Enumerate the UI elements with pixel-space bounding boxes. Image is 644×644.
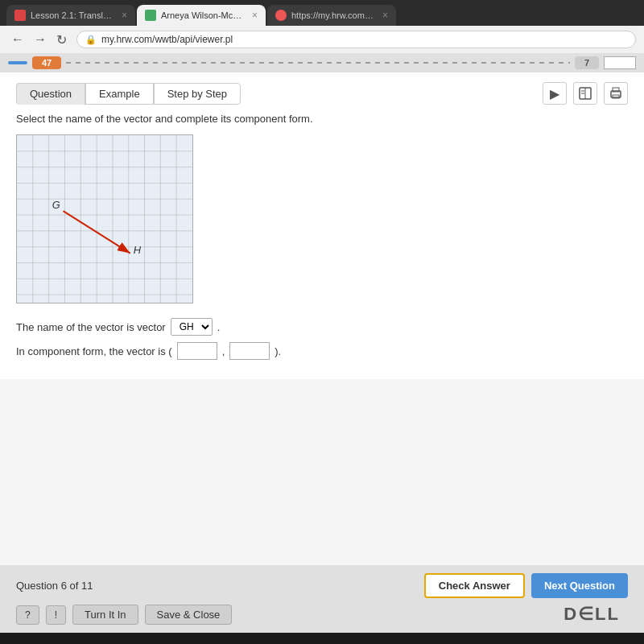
turn-it-in-button[interactable]: Turn It In bbox=[72, 605, 138, 625]
question-tabs: Question Example Step by Step bbox=[16, 83, 241, 105]
answer-line-2: In component form, the vector is ( , ). bbox=[16, 342, 628, 360]
tab-label-arneya: Arneya Wilson-Mccarty - Revised bbox=[161, 10, 244, 20]
tab-step-by-step[interactable]: Step by Step bbox=[154, 83, 241, 105]
tab-label-hrw: https://my.hrw.com/dashboard/ bbox=[291, 10, 374, 20]
tab-bar: Lesson 2.1: Translations × Arneya Wilson… bbox=[0, 0, 644, 26]
page-content: 47 7 Question Example Step by Step ▶ bbox=[0, 53, 644, 633]
answer-line1-period: . bbox=[217, 321, 221, 333]
lock-icon: 🔒 bbox=[85, 35, 97, 45]
svg-text:H: H bbox=[134, 244, 142, 256]
tab-icon-hrw bbox=[275, 10, 287, 21]
instruction-text: Select the name of the vector and comple… bbox=[16, 113, 628, 125]
exclamation-button[interactable]: ! bbox=[46, 605, 66, 625]
answer-area: The name of the vector is vector GH HG .… bbox=[16, 315, 628, 369]
graph-svg: G H bbox=[17, 135, 192, 303]
nav-input-strip[interactable] bbox=[604, 56, 636, 69]
browser-chrome: Lesson 2.1: Translations × Arneya Wilson… bbox=[0, 0, 644, 53]
answer-line2-prefix: In component form, the vector is ( bbox=[16, 345, 172, 357]
tab-hrw[interactable]: https://my.hrw.com/dashboard/ × bbox=[267, 5, 396, 26]
nav-pill-orange-label: 47 bbox=[42, 58, 52, 68]
nav-pill-orange[interactable]: 47 bbox=[32, 56, 61, 69]
save-close-button[interactable]: Save & Close bbox=[145, 605, 233, 625]
back-button[interactable]: ← bbox=[8, 32, 27, 47]
refresh-button[interactable]: ↻ bbox=[53, 32, 70, 47]
answer-line1-prefix: The name of the vector is vector bbox=[16, 321, 166, 333]
tab-icon-arneya bbox=[145, 10, 156, 21]
print-button[interactable] bbox=[604, 82, 628, 105]
question-counter: Question 6 of 11 bbox=[16, 580, 93, 592]
play-button[interactable]: ▶ bbox=[543, 82, 567, 105]
bottom-top-row: Question 6 of 11 Check Answer Next Quest… bbox=[16, 573, 628, 598]
svg-text:G: G bbox=[52, 199, 60, 211]
url-bar[interactable]: 🔒 my.hrw.com/wwtb/api/viewer.pl bbox=[76, 31, 636, 48]
answer-line2-suffix: ). bbox=[275, 345, 281, 357]
answer-line2-comma: , bbox=[222, 345, 225, 357]
nav-buttons: ← → ↻ bbox=[8, 32, 70, 47]
tab-close-lesson[interactable]: × bbox=[122, 10, 127, 21]
component-input-1[interactable] bbox=[177, 342, 217, 360]
question-mark-button[interactable]: ? bbox=[16, 605, 39, 625]
bottom-bottom-row: ? ! Turn It In Save & Close bbox=[16, 605, 628, 625]
vector-name-dropdown[interactable]: GH HG bbox=[171, 318, 213, 336]
tab-label-lesson: Lesson 2.1: Translations bbox=[31, 10, 114, 20]
print-icon bbox=[609, 86, 623, 101]
address-bar: ← → ↻ 🔒 my.hrw.com/wwtb/api/viewer.pl bbox=[0, 26, 644, 53]
nav-pill-gray-label: 7 bbox=[584, 58, 589, 68]
play-icon: ▶ bbox=[550, 86, 559, 101]
top-nav-strip: 47 7 bbox=[0, 53, 644, 72]
action-buttons: Check Answer Next Question bbox=[424, 573, 628, 598]
book-button[interactable] bbox=[573, 82, 597, 105]
tab-arneya[interactable]: Arneya Wilson-Mccarty - Revised × bbox=[137, 5, 266, 26]
next-question-button[interactable]: Next Question bbox=[531, 573, 628, 598]
component-input-2[interactable] bbox=[229, 342, 270, 360]
bottom-bar: Question 6 of 11 Check Answer Next Quest… bbox=[0, 565, 644, 633]
url-text: my.hrw.com/wwtb/api/viewer.pl bbox=[101, 34, 233, 45]
tab-close-arneya[interactable]: × bbox=[252, 10, 258, 21]
question-area: Question Example Step by Step ▶ bbox=[0, 72, 644, 379]
tab-icon-lesson bbox=[14, 10, 26, 21]
tab-example[interactable]: Example bbox=[85, 83, 154, 105]
graph-container: G H bbox=[16, 134, 193, 303]
answer-line-1: The name of the vector is vector GH HG . bbox=[16, 318, 628, 336]
tab-lesson[interactable]: Lesson 2.1: Translations × bbox=[6, 5, 135, 26]
tab-row: Question Example Step by Step ▶ bbox=[16, 82, 628, 105]
toolbar-icons: ▶ bbox=[543, 82, 628, 105]
book-icon bbox=[578, 86, 592, 101]
forward-button[interactable]: → bbox=[31, 32, 50, 47]
tab-question[interactable]: Question bbox=[16, 83, 85, 105]
nav-pill-blue[interactable] bbox=[8, 61, 27, 64]
dell-logo: D∈LL bbox=[564, 604, 620, 625]
check-answer-button[interactable]: Check Answer bbox=[424, 573, 525, 598]
nav-pill-gray[interactable]: 7 bbox=[575, 56, 599, 69]
tab-close-hrw[interactable]: × bbox=[382, 10, 388, 21]
